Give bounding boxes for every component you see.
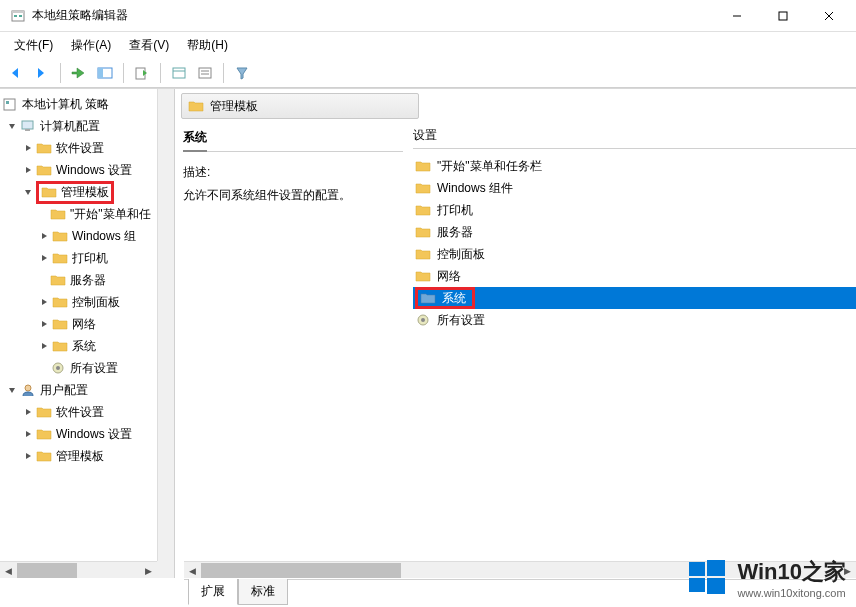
tree-label: 软件设置 <box>56 404 104 421</box>
svg-rect-1 <box>12 11 24 13</box>
tree-user-windows[interactable]: Windows 设置 <box>0 423 174 445</box>
section-title: 系统 <box>183 129 207 152</box>
svg-point-22 <box>25 385 31 391</box>
policy-icon <box>2 97 18 111</box>
properties-button[interactable] <box>193 61 217 85</box>
tree-panel: 本地计算机 策略 计算机配置 软件设置 Windows 设置 管理模板 "开始 <box>0 89 175 578</box>
expand-icon[interactable] <box>22 428 34 440</box>
tree-system[interactable]: 系统 <box>0 335 174 357</box>
tree-horizontal-scrollbar[interactable]: ◀ ▶ <box>0 561 157 578</box>
setting-label: Windows 组件 <box>437 180 513 197</box>
menu-action[interactable]: 操作(A) <box>63 34 119 57</box>
expand-icon[interactable] <box>38 318 50 330</box>
folder-icon <box>415 158 433 174</box>
svg-rect-17 <box>6 101 9 104</box>
menu-view[interactable]: 查看(V) <box>121 34 177 57</box>
minimize-button[interactable] <box>714 1 760 31</box>
forward-button[interactable] <box>30 61 54 85</box>
setting-start-menu[interactable]: "开始"菜单和任务栏 <box>413 155 856 177</box>
svg-rect-18 <box>22 121 33 129</box>
setting-network[interactable]: 网络 <box>413 265 856 287</box>
maximize-button[interactable] <box>760 1 806 31</box>
tree-control-panel[interactable]: 控制面板 <box>0 291 174 313</box>
setting-servers[interactable]: 服务器 <box>413 221 856 243</box>
collapse-icon[interactable] <box>6 384 18 396</box>
expand-icon[interactable] <box>38 252 50 264</box>
setting-printers[interactable]: 打印机 <box>413 199 856 221</box>
scroll-right-icon[interactable]: ▶ <box>140 562 157 578</box>
folder-icon <box>52 339 68 353</box>
setting-control-panel[interactable]: 控制面板 <box>413 243 856 265</box>
brand-url: www.win10xitong.com <box>737 587 846 599</box>
scroll-left-icon[interactable]: ◀ <box>184 562 201 579</box>
tree-windows-settings[interactable]: Windows 设置 <box>0 159 174 181</box>
tree-windows-components[interactable]: Windows 组 <box>0 225 174 247</box>
toolbar-separator <box>123 63 124 83</box>
expand-icon[interactable] <box>38 230 50 242</box>
scrollbar-thumb[interactable] <box>201 563 401 578</box>
setting-system[interactable]: 系统 <box>413 287 856 309</box>
folder-icon <box>50 273 66 287</box>
tab-extended[interactable]: 扩展 <box>188 579 238 605</box>
collapse-icon[interactable] <box>6 120 18 132</box>
svg-rect-19 <box>25 129 30 131</box>
tree-start-menu[interactable]: "开始"菜单和任 <box>0 203 174 225</box>
detail-area: 系统 描述: 允许不同系统组件设置的配置。 设置 "开始"菜单和任务栏 Wind… <box>175 119 856 578</box>
tree-label: 软件设置 <box>56 140 104 157</box>
toolbar-separator <box>60 63 61 83</box>
tree-root[interactable]: 本地计算机 策略 <box>0 93 174 115</box>
collapse-icon[interactable] <box>22 186 34 198</box>
svg-rect-26 <box>707 560 725 576</box>
scrollbar-corner <box>157 561 174 578</box>
tree-user-software[interactable]: 软件设置 <box>0 401 174 423</box>
expand-icon[interactable] <box>38 296 50 308</box>
tree-servers[interactable]: 服务器 <box>0 269 174 291</box>
tree-user-config[interactable]: 用户配置 <box>0 379 174 401</box>
svg-point-21 <box>56 366 60 370</box>
refresh-button[interactable] <box>167 61 191 85</box>
export-button[interactable] <box>130 61 154 85</box>
tree-label: 服务器 <box>70 272 106 289</box>
tree-label: 控制面板 <box>72 294 120 311</box>
tree-vertical-scrollbar[interactable] <box>157 89 174 561</box>
setting-label: 服务器 <box>437 224 473 241</box>
menu-help[interactable]: 帮助(H) <box>179 34 236 57</box>
setting-label: 控制面板 <box>437 246 485 263</box>
tree-label: Windows 组 <box>72 228 136 245</box>
expand-icon[interactable] <box>22 164 34 176</box>
tree-user-admin-templates[interactable]: 管理模板 <box>0 445 174 467</box>
close-button[interactable] <box>806 1 852 31</box>
folder-icon <box>36 427 52 441</box>
tree-label: Windows 设置 <box>56 426 132 443</box>
highlighted-system: 系统 <box>415 287 475 309</box>
toolbar-separator <box>160 63 161 83</box>
expand-icon[interactable] <box>38 340 50 352</box>
back-button[interactable] <box>4 61 28 85</box>
scrollbar-thumb[interactable] <box>17 563 77 578</box>
toolbar <box>0 58 856 88</box>
brand-title: Win10之家 <box>737 557 846 587</box>
tree-printers[interactable]: 打印机 <box>0 247 174 269</box>
tree-software-settings[interactable]: 软件设置 <box>0 137 174 159</box>
up-button[interactable] <box>67 61 91 85</box>
svg-rect-25 <box>689 562 705 576</box>
setting-all-settings[interactable]: 所有设置 <box>413 309 856 331</box>
expand-icon[interactable] <box>22 450 34 462</box>
expand-icon[interactable] <box>22 142 34 154</box>
tree-computer-config[interactable]: 计算机配置 <box>0 115 174 137</box>
right-panel: 管理模板 系统 描述: 允许不同系统组件设置的配置。 设置 "开始"菜单和任务栏… <box>175 89 856 578</box>
windows-logo-icon <box>687 558 727 598</box>
show-hide-tree-button[interactable] <box>93 61 117 85</box>
computer-icon <box>20 119 36 133</box>
filter-button[interactable] <box>230 61 254 85</box>
expand-icon[interactable] <box>22 406 34 418</box>
scroll-left-icon[interactable]: ◀ <box>0 562 17 578</box>
tab-standard[interactable]: 标准 <box>238 579 288 605</box>
tree-network[interactable]: 网络 <box>0 313 174 335</box>
watermark: Win10之家 www.win10xitong.com <box>687 557 846 599</box>
menubar: 文件(F) 操作(A) 查看(V) 帮助(H) <box>0 32 856 58</box>
setting-windows-components[interactable]: Windows 组件 <box>413 177 856 199</box>
tree-admin-templates[interactable]: 管理模板 <box>0 181 174 203</box>
menu-file[interactable]: 文件(F) <box>6 34 61 57</box>
tree-all-settings[interactable]: 所有设置 <box>0 357 174 379</box>
